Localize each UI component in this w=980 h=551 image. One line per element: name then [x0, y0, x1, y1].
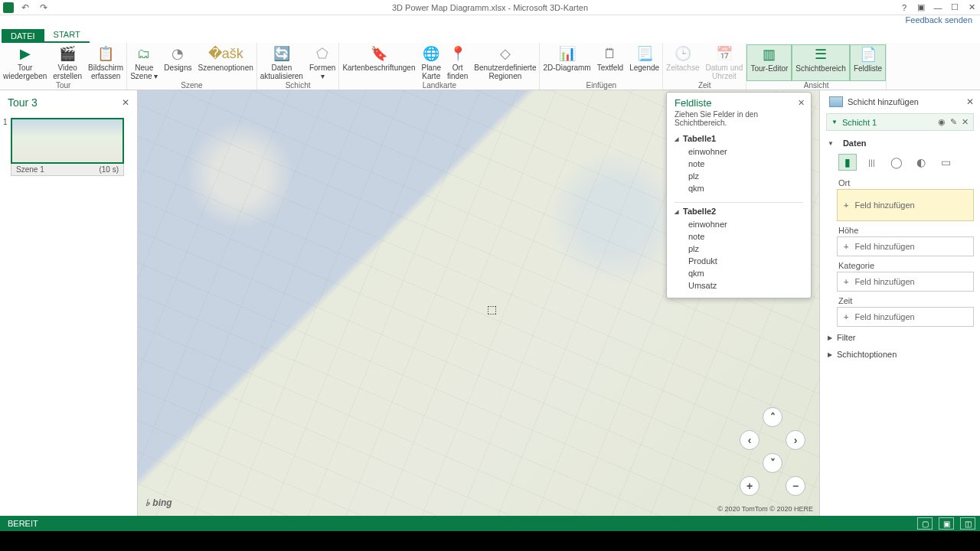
ribbon-flatmap-button[interactable]: 🌐PlaneKarte	[418, 44, 444, 81]
ribbon-group-label: Szene	[127, 81, 256, 90]
tour-close-button[interactable]: ✕	[122, 97, 129, 108]
findloc-label: Ortfinden	[447, 64, 468, 80]
rotate-left-button[interactable]: ‹	[740, 430, 760, 450]
fieldlist-field[interactable]: qkm	[675, 182, 803, 194]
timeline-label: Zeitachse	[666, 64, 699, 72]
ribbon-toureditor-button[interactable]: ▥Tour-Editor	[746, 44, 792, 81]
fieldlist-field[interactable]: Produkt	[675, 255, 803, 267]
ribbon-timeline-button: 🕒Zeitachse	[663, 44, 702, 81]
zoom-out-button[interactable]: −	[786, 476, 805, 496]
tab-start[interactable]: START	[44, 28, 90, 43]
ribbon-maplabels-button[interactable]: 🔖Kartenbeschriftungen	[339, 44, 418, 81]
add-layer-button[interactable]: Schicht hinzufügen	[826, 93, 922, 110]
fieldlist-field[interactable]: plz	[675, 170, 803, 182]
layerpane-label: Schichtbereich	[795, 64, 846, 73]
fieldlist-field[interactable]: note	[675, 230, 803, 243]
ribbon-shapes-button[interactable]: ⬠Formen▾	[306, 44, 338, 81]
filter-label: Filter	[837, 333, 855, 342]
scene-thumbnail[interactable]	[11, 118, 124, 164]
tilt-up-button[interactable]: ˄	[763, 407, 782, 427]
options-button[interactable]: ▣	[913, 1, 929, 15]
ribbon-sceneopt-button[interactable]: �aškSzenenoptionen	[194, 44, 256, 81]
ribbon-group: 🔄Datenaktualisieren⬠Formen▾Schicht	[257, 43, 340, 90]
kategorie-drop-zone[interactable]: + Feld hinzufügen	[837, 272, 974, 292]
help-button[interactable]: ?	[896, 1, 913, 15]
fieldlist-field[interactable]: plz	[675, 243, 803, 255]
refresh-label: Datenaktualisieren	[260, 64, 303, 80]
rename-icon[interactable]: ✎	[950, 117, 957, 127]
fieldlist-field[interactable]: Umsatz	[675, 279, 803, 292]
kategorie-label: Kategorie	[837, 256, 974, 272]
ribbon-custreg-button[interactable]: ◇BenutzerdefinierteRegionen	[471, 44, 539, 81]
ribbon-newscene-button[interactable]: 🗂NeueSzene ▾	[127, 44, 161, 81]
ort-drop-zone[interactable]: + Feld hinzufügen	[837, 189, 974, 221]
ribbon-video-button[interactable]: 🎬Videoerstellen	[50, 44, 85, 81]
scene-index: 1	[3, 118, 8, 126]
fieldlist-close-button[interactable]: ✕	[798, 98, 805, 108]
ribbon-layerpane-button[interactable]: ☰Schichtbereich	[792, 44, 850, 81]
viz-bubble[interactable]: ◯	[887, 154, 906, 171]
ribbon-textbox-button[interactable]: 🗒Textfeld	[594, 44, 626, 81]
ribbon-findloc-button[interactable]: 📍Ortfinden	[444, 44, 471, 81]
layer-panel: Schicht hinzufügen ✕ ▼ Schicht 1 ◉ ✎ ✕ ▼…	[819, 90, 980, 516]
map-viewport[interactable]: ⬚ ♭ bing © 2020 TomTom © 2020 HERE Feldl…	[138, 90, 819, 516]
status-view-2[interactable]: ▣	[939, 517, 954, 530]
ribbon: ▶Tourwiedergeben🎬Videoerstellen📋Bildschi…	[0, 43, 980, 90]
hoehe-drop-zone[interactable]: + Feld hinzufügen	[837, 236, 974, 256]
rotate-right-button[interactable]: ›	[786, 430, 805, 450]
tab-file[interactable]: DATEI	[2, 29, 44, 43]
filter-section-toggle[interactable]: ▶ Filter	[826, 330, 974, 344]
fieldlist-field[interactable]: note	[675, 158, 803, 170]
bing-logo: ♭ bing	[145, 497, 172, 508]
plus-icon: +	[844, 201, 848, 210]
fieldlist-title: Feldliste	[675, 97, 711, 109]
fieldlist-field[interactable]: einwohner	[675, 218, 803, 230]
viz-heatmap[interactable]: ◐	[912, 154, 930, 171]
fieldlist-table-name[interactable]: Tabelle2	[675, 204, 803, 218]
map-nav-controls: ˄ ‹ › ˅ + −	[740, 407, 807, 497]
screenshot-icon: 📋	[96, 44, 115, 63]
ribbon-refresh-button[interactable]: 🔄Datenaktualisieren	[257, 44, 306, 81]
status-view-1[interactable]: ▢	[917, 517, 933, 530]
ort-addfield-label: Feld hinzufügen	[854, 201, 914, 210]
scene-item[interactable]: 1 Szene 1 (10 s)	[8, 118, 129, 176]
ribbon-play-button[interactable]: ▶Tourwiedergeben	[0, 44, 50, 81]
fieldlist-field[interactable]: qkm	[675, 267, 803, 279]
layer-header[interactable]: ▼ Schicht 1 ◉ ✎ ✕	[826, 113, 974, 131]
viz-stacked-column[interactable]: ▮	[838, 154, 857, 171]
zeit-drop-zone[interactable]: + Feld hinzufügen	[837, 307, 974, 327]
viz-clustered-column[interactable]: ⫼	[863, 154, 881, 171]
ribbon-legend-button[interactable]: 📃Legende	[626, 44, 662, 81]
redo-button[interactable]: ↷	[37, 1, 51, 15]
ribbon-fieldlist-button[interactable]: 📄Feldliste	[850, 44, 886, 81]
zeit-addfield-label: Feld hinzufügen	[854, 312, 914, 321]
ribbon-chart2d-button[interactable]: 📊2D-Diagramm	[540, 44, 593, 81]
layer-options-toggle[interactable]: ▶ Schichtoptionen	[826, 347, 974, 360]
close-button[interactable]: ✕	[963, 1, 980, 15]
plus-icon: +	[844, 242, 848, 251]
refresh-icon: 🔄	[273, 44, 291, 63]
fieldlist-field[interactable]: einwohner	[675, 145, 803, 158]
viz-region[interactable]: ▭	[936, 154, 955, 171]
tilt-down-button[interactable]: ˅	[763, 453, 782, 473]
legend-icon: 📃	[635, 44, 654, 63]
zoom-in-button[interactable]: +	[740, 476, 760, 496]
ribbon-screenshot-button[interactable]: 📋Bildschirmerfassen	[85, 44, 126, 81]
maximize-button[interactable]: ☐	[946, 1, 963, 15]
ribbon-designs-button[interactable]: ◔Designs	[161, 44, 194, 81]
status-view-3[interactable]: ◫	[960, 517, 975, 530]
ribbon-group-label: Einfügen	[540, 81, 662, 90]
data-section-toggle[interactable]: ▼ Daten	[828, 137, 974, 149]
layer-panel-close-button[interactable]: ✕	[966, 96, 974, 107]
undo-button[interactable]: ↶	[18, 1, 32, 15]
fieldlist-panel[interactable]: Feldliste ✕ Ziehen Sie Felder in den Sch…	[666, 92, 812, 298]
visibility-icon[interactable]: ◉	[938, 117, 946, 127]
minimize-button[interactable]: —	[929, 1, 946, 15]
chevron-right-icon: ▶	[828, 334, 832, 341]
feedback-link[interactable]: Feedback senden	[0, 15, 980, 28]
delete-layer-icon[interactable]: ✕	[962, 117, 969, 127]
ribbon-group-label: Ansicht	[746, 81, 886, 90]
ribbon-group: ▶Tourwiedergeben🎬Videoerstellen📋Bildschi…	[0, 43, 127, 90]
newscene-label: NeueSzene ▾	[130, 64, 158, 80]
fieldlist-table-name[interactable]: Tabelle1	[675, 132, 803, 145]
